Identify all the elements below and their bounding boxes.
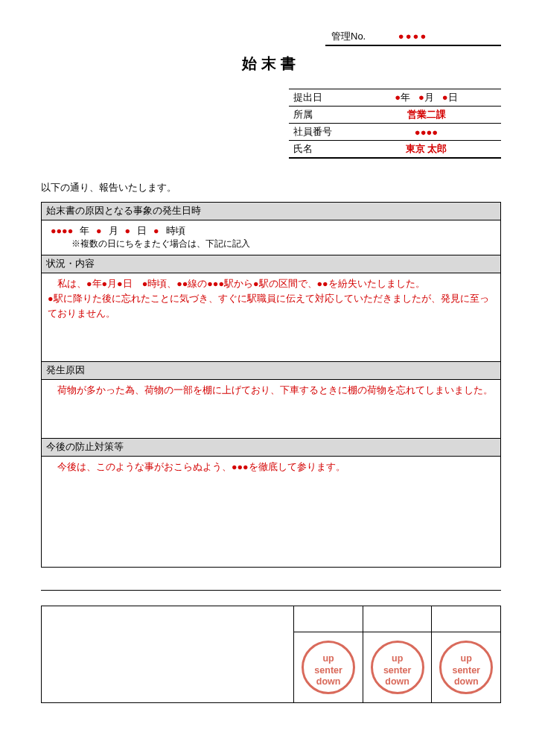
section2-body: 私は、●年●月●日 ●時頃、●●線の●●●駅から●駅の区間で、●●を紛失いたしま… [42,273,501,362]
section1-header: 始末書の原因となる事象の発生日時 [42,203,501,220]
document-title: 始末書 [41,54,501,74]
approval-stamp-1: upsenterdown [294,632,363,703]
mgmt-value: ●●●● [398,31,427,42]
emp-no-label: 社員番号 [289,124,351,141]
section3-body: 荷物が多かった為、荷物の一部を棚に上げており、下車するときに棚の荷物を忘れてしま… [42,380,501,439]
approval-left-cell [42,606,294,703]
report-table: 始末書の原因となる事象の発生日時 ●●●● 年 ● 月 ● 日 ● 時頃 ※複数… [41,202,501,568]
name-label: 氏名 [289,141,351,159]
divider [41,590,501,591]
submit-date-label: 提出日 [289,89,351,107]
emp-no-value: ●●●● [351,124,501,141]
intro-text: 以下の通り、報告いたします。 [41,181,501,194]
stamp-icon: upsenterdown [371,641,424,694]
section1-note: ※複数の日にちをまたぐ場合は、下記に記入 [71,238,493,250]
section4-body: 今後は、このような事がおこらぬよう、●●●を徹底して参ります。 [42,457,501,568]
approval-stamp-3: upsenterdown [432,632,501,703]
management-number-row: 管理No. ●●●● [41,30,501,46]
dept-value: 営業二課 [351,107,501,124]
section4-header: 今後の防止対策等 [42,439,501,457]
approval-table: upsenterdown upsenterdown upsenterdown [41,606,501,703]
stamp-icon: upsenterdown [302,641,355,694]
name-value: 東京 太郎 [351,141,501,159]
section1-body: ●●●● 年 ● 月 ● 日 ● 時頃 ※複数の日にちをまたぐ場合は、下記に記入 [42,220,501,255]
dept-label: 所属 [289,107,351,124]
stamp-icon: upsenterdown [439,641,493,694]
approval-header-2 [363,606,432,632]
section3-header: 発生原因 [42,362,501,380]
approval-stamp-2: upsenterdown [363,632,432,703]
approval-header-3 [432,606,501,632]
section2-header: 状況・内容 [42,255,501,273]
approval-header-1 [294,606,363,632]
mgmt-label: 管理No. [331,31,366,42]
submit-date-value: ●年 ●月 ●日 [351,89,501,107]
submitter-info-table: 提出日 ●年 ●月 ●日 所属 営業二課 社員番号 ●●●● 氏名 東京 太郎 [289,89,501,159]
